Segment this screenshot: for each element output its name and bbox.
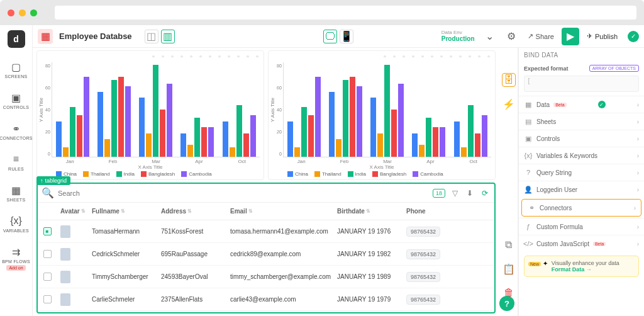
pan-icon[interactable]: ▫ xyxy=(400,52,408,60)
lasso-icon[interactable]: ▫ xyxy=(419,52,426,60)
compare-icon[interactable]: ▫ xyxy=(485,52,492,60)
rail-item-connectors[interactable]: ⚭ CONNECTORS xyxy=(0,122,33,140)
json-preview-box[interactable]: [ xyxy=(524,76,639,92)
zoom-out-icon[interactable]: ▫ xyxy=(438,52,445,60)
panel-item-icon: </> xyxy=(524,239,533,248)
bolt-icon[interactable]: ⚡ xyxy=(502,97,516,111)
help-fab[interactable]: ? xyxy=(499,296,514,311)
search-input[interactable] xyxy=(58,189,429,197)
layout-split-button[interactable]: ◫ xyxy=(145,30,158,43)
side-tool-strip: 🗄 ⚡ ⧉ 📋 🗑 xyxy=(499,48,518,316)
zoom-in-icon[interactable]: ▫ xyxy=(428,52,436,60)
url-bar[interactable] xyxy=(55,6,636,20)
left-rail: d ▢ SCREENS ▣ CONTROLS ⚭ CONNECTORS ≡ RU… xyxy=(0,25,33,316)
rail-item-variables[interactable]: {x} VARIABLES xyxy=(3,215,29,233)
panel-item-sheets[interactable]: ▤Sheets› xyxy=(519,113,644,130)
legend-item[interactable]: Cambodia xyxy=(181,171,211,177)
panel-item-custom-javascript[interactable]: </>Custom JavaScriptBeta› xyxy=(519,235,644,252)
legend-swatch xyxy=(287,171,293,177)
pan-icon[interactable]: ▫ xyxy=(169,52,176,60)
legend-item[interactable]: Thailand xyxy=(314,171,341,177)
publish-button[interactable]: ✈ Publish xyxy=(583,32,621,40)
hover-icon[interactable]: ▫ xyxy=(475,52,483,60)
top-bar: ▦ Employee Databse ◫ ▥ 🖵 📱 Data Env Prod… xyxy=(33,25,644,48)
legend-item[interactable]: Cambodia xyxy=(413,171,443,177)
panel-item-connectors[interactable]: ⚭Connectors› xyxy=(521,199,641,217)
format-data-link[interactable]: Format Data → xyxy=(552,266,619,273)
paste-icon[interactable]: 📋 xyxy=(502,262,516,276)
table-row[interactable]: CarlieSchmeler 2375AllenFlats carlie43@e… xyxy=(38,288,494,311)
settings-gear-icon[interactable]: ⚙ xyxy=(502,28,520,45)
row-checkbox[interactable] xyxy=(43,227,52,235)
refresh-icon[interactable]: ⟳ xyxy=(479,188,491,199)
reset-icon[interactable]: ▫ xyxy=(457,52,464,60)
table-row[interactable]: CedrickSchmeler 695RauPassage cedrick89@… xyxy=(38,243,494,266)
copy-icon[interactable]: ⧉ xyxy=(502,238,516,252)
bar xyxy=(377,133,383,157)
autoscale-icon[interactable]: ▫ xyxy=(447,52,455,60)
env-selector[interactable]: Data Env Production xyxy=(441,30,475,43)
table-row[interactable]: TimmySchamberger 24593BayerOval timmy_sc… xyxy=(38,266,494,288)
select-icon[interactable]: ▫ xyxy=(178,52,186,60)
format-data-card[interactable]: New ✦ Visually enhance your data Format … xyxy=(524,256,639,277)
browser-chrome xyxy=(0,0,644,25)
rail-item-controls[interactable]: ▣ CONTROLS xyxy=(3,91,29,110)
legend-item[interactable]: China xyxy=(287,171,308,177)
compare-icon[interactable]: ▫ xyxy=(253,52,261,60)
row-checkbox[interactable] xyxy=(43,273,52,281)
chart-card[interactable]: ▫▫▫▫▫▫▫▫▫▫▫▫Y Axis Title806040200JanFebM… xyxy=(36,50,264,180)
chevron-down-icon[interactable]: ⌄ xyxy=(481,28,499,45)
select-icon[interactable]: ▫ xyxy=(409,52,417,60)
minimize-window-icon[interactable] xyxy=(19,9,26,16)
row-checkbox[interactable] xyxy=(43,295,52,303)
layout-full-button[interactable]: ▥ xyxy=(161,30,175,43)
reset-icon[interactable]: ▫ xyxy=(225,52,233,60)
autoscale-icon[interactable]: ▫ xyxy=(216,52,223,60)
zoom-out-icon[interactable]: ▫ xyxy=(206,52,214,60)
database-icon[interactable]: 🗄 xyxy=(502,73,516,87)
rail-item-sheets[interactable]: ▦ SHEETS xyxy=(7,184,26,202)
camera-icon[interactable]: ▫ xyxy=(150,52,157,60)
rail-item-screens[interactable]: ▢ SCREENS xyxy=(5,60,28,79)
panel-item-custom-formula[interactable]: ƒCustom Formula› xyxy=(519,218,644,235)
panel-item-loggedin-user[interactable]: 👤Loggedin User› xyxy=(519,181,644,198)
device-desktop-button[interactable]: 🖵 xyxy=(323,30,337,43)
rail-item-bpm-flows[interactable]: ⇉ BPM FLOWS Add on xyxy=(2,245,30,271)
zoom-in-icon[interactable]: ▫ xyxy=(197,52,204,60)
legend-item[interactable]: India xyxy=(116,171,135,177)
bar xyxy=(461,147,467,157)
legend-swatch xyxy=(116,171,122,177)
zoom-icon[interactable]: ▫ xyxy=(391,52,398,60)
legend-item[interactable]: Thailand xyxy=(83,171,110,177)
legend-item[interactable]: India xyxy=(348,171,366,177)
rail-item-rules[interactable]: ≡ RULES xyxy=(8,153,24,171)
device-mobile-button[interactable]: 📱 xyxy=(340,30,353,43)
chart-card[interactable]: ▫▫▫▫▫▫▫▫▫▫▫▫Y Axis Title806040200JanFebM… xyxy=(268,50,496,180)
row-checkbox[interactable] xyxy=(43,250,52,258)
cell-email: timmy_schamberger@example.com xyxy=(226,273,333,280)
close-window-icon[interactable] xyxy=(8,9,14,16)
legend-item[interactable]: Bangladesh xyxy=(141,171,175,177)
lasso-icon[interactable]: ▫ xyxy=(187,52,195,60)
tablegrid-control[interactable]: ↑ tablegrid 🔍 18 ▽ ⬇ ⟳ Avata xyxy=(36,183,496,313)
chevron-right-icon: › xyxy=(637,240,639,247)
panel-item-variables-keywords[interactable]: {x}Variables & Keywords› xyxy=(519,147,644,164)
hover-icon[interactable]: ▫ xyxy=(244,52,252,60)
share-button[interactable]: ↗ Share xyxy=(524,32,558,40)
brand-logo[interactable]: d xyxy=(8,30,25,48)
y-axis-title: Y Axis Title xyxy=(270,62,275,157)
panel-item-icon: ▤ xyxy=(524,117,533,126)
panel-item-data[interactable]: ▦DataBeta✓› xyxy=(519,96,644,113)
download-icon[interactable]: ⬇ xyxy=(464,188,475,199)
panel-item-query-string[interactable]: ?Query String› xyxy=(519,164,644,181)
camera-icon[interactable]: ▫ xyxy=(381,52,389,60)
filter-icon[interactable]: ▽ xyxy=(449,188,460,199)
preview-play-button[interactable]: ▶ xyxy=(562,28,579,45)
spike-icon[interactable]: ▫ xyxy=(466,52,474,60)
spike-icon[interactable]: ▫ xyxy=(235,52,242,60)
table-row[interactable]: TomasaHermann 751KossForest tomasa.herma… xyxy=(38,220,494,243)
panel-item-controls[interactable]: ▣Controls› xyxy=(519,130,644,147)
legend-item[interactable]: Bangladesh xyxy=(372,171,406,177)
maximize-window-icon[interactable] xyxy=(30,9,37,16)
zoom-icon[interactable]: ▫ xyxy=(159,52,167,60)
